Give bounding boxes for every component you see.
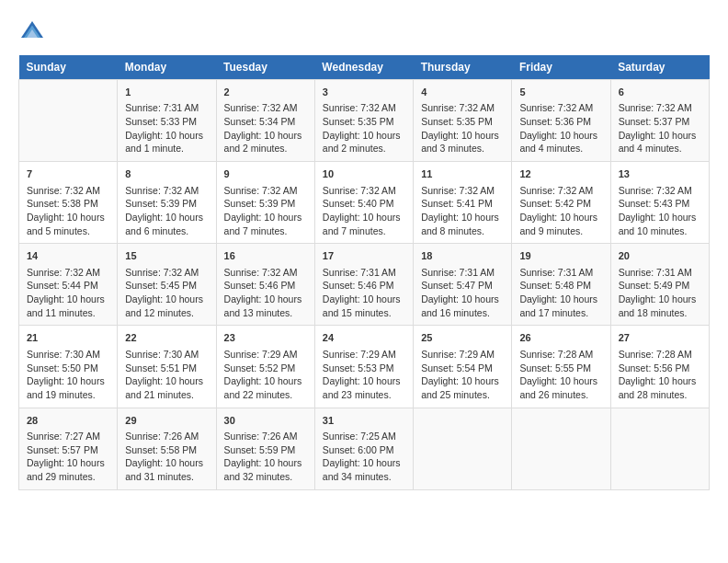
day-cell: 19Sunrise: 7:31 AM Sunset: 5:48 PM Dayli… xyxy=(512,244,610,326)
day-cell: 23Sunrise: 7:29 AM Sunset: 5:52 PM Dayli… xyxy=(216,326,314,408)
day-header-wednesday: Wednesday xyxy=(314,55,413,80)
day-content: Sunrise: 7:32 AM Sunset: 5:38 PM Dayligh… xyxy=(27,184,109,238)
day-content: Sunrise: 7:31 AM Sunset: 5:33 PM Dayligh… xyxy=(125,101,208,155)
week-row-5: 28Sunrise: 7:27 AM Sunset: 5:57 PM Dayli… xyxy=(19,408,710,489)
day-cell: 6Sunrise: 7:32 AM Sunset: 5:37 PM Daylig… xyxy=(610,80,709,162)
day-number: 6 xyxy=(619,86,701,99)
day-number: 22 xyxy=(125,331,208,345)
day-cell: 22Sunrise: 7:30 AM Sunset: 5:51 PM Dayli… xyxy=(118,326,216,408)
day-number: 26 xyxy=(519,331,602,345)
day-content: Sunrise: 7:32 AM Sunset: 5:34 PM Dayligh… xyxy=(224,101,307,155)
calendar-table: SundayMondayTuesdayWednesdayThursdayFrid… xyxy=(18,55,710,490)
day-cell: 17Sunrise: 7:31 AM Sunset: 5:46 PM Dayli… xyxy=(314,244,413,326)
day-cell: 31Sunrise: 7:25 AM Sunset: 6:00 PM Dayli… xyxy=(314,408,413,489)
day-content: Sunrise: 7:32 AM Sunset: 5:45 PM Dayligh… xyxy=(125,266,208,320)
day-number: 4 xyxy=(421,86,504,99)
day-number: 28 xyxy=(27,414,109,428)
day-cell: 11Sunrise: 7:32 AM Sunset: 5:41 PM Dayli… xyxy=(414,162,512,244)
day-cell xyxy=(512,408,610,489)
day-content: Sunrise: 7:26 AM Sunset: 5:59 PM Dayligh… xyxy=(224,430,307,484)
day-content: Sunrise: 7:32 AM Sunset: 5:41 PM Dayligh… xyxy=(421,184,504,238)
day-number: 16 xyxy=(224,249,307,263)
day-cell: 5Sunrise: 7:32 AM Sunset: 5:36 PM Daylig… xyxy=(512,80,610,162)
day-number: 3 xyxy=(323,86,405,99)
logo-icon xyxy=(18,18,46,46)
day-content: Sunrise: 7:32 AM Sunset: 5:36 PM Dayligh… xyxy=(519,101,602,155)
day-header-sunday: Sunday xyxy=(19,55,118,80)
day-content: Sunrise: 7:27 AM Sunset: 5:57 PM Dayligh… xyxy=(27,430,109,484)
page-header xyxy=(18,18,710,46)
day-number: 13 xyxy=(619,167,701,181)
day-number: 12 xyxy=(519,167,602,181)
day-cell: 1Sunrise: 7:31 AM Sunset: 5:33 PM Daylig… xyxy=(118,80,216,162)
day-content: Sunrise: 7:32 AM Sunset: 5:42 PM Dayligh… xyxy=(519,184,602,238)
day-content: Sunrise: 7:32 AM Sunset: 5:35 PM Dayligh… xyxy=(421,101,504,155)
day-content: Sunrise: 7:32 AM Sunset: 5:39 PM Dayligh… xyxy=(125,184,208,238)
day-cell xyxy=(414,408,512,489)
day-content: Sunrise: 7:31 AM Sunset: 5:46 PM Dayligh… xyxy=(323,266,405,320)
day-content: Sunrise: 7:29 AM Sunset: 5:54 PM Dayligh… xyxy=(421,348,504,402)
day-content: Sunrise: 7:32 AM Sunset: 5:43 PM Dayligh… xyxy=(619,184,701,238)
day-content: Sunrise: 7:28 AM Sunset: 5:56 PM Dayligh… xyxy=(619,348,701,402)
day-cell: 14Sunrise: 7:32 AM Sunset: 5:44 PM Dayli… xyxy=(19,244,118,326)
day-cell: 13Sunrise: 7:32 AM Sunset: 5:43 PM Dayli… xyxy=(610,162,709,244)
day-cell: 3Sunrise: 7:32 AM Sunset: 5:35 PM Daylig… xyxy=(314,80,413,162)
day-content: Sunrise: 7:29 AM Sunset: 5:52 PM Dayligh… xyxy=(224,348,307,402)
day-cell: 10Sunrise: 7:32 AM Sunset: 5:40 PM Dayli… xyxy=(314,162,413,244)
day-cell: 24Sunrise: 7:29 AM Sunset: 5:53 PM Dayli… xyxy=(314,326,413,408)
day-cell: 28Sunrise: 7:27 AM Sunset: 5:57 PM Dayli… xyxy=(19,408,118,489)
day-content: Sunrise: 7:30 AM Sunset: 5:51 PM Dayligh… xyxy=(125,348,208,402)
week-row-1: 1Sunrise: 7:31 AM Sunset: 5:33 PM Daylig… xyxy=(19,80,710,162)
day-cell: 9Sunrise: 7:32 AM Sunset: 5:39 PM Daylig… xyxy=(216,162,314,244)
day-number: 30 xyxy=(224,414,307,428)
day-cell: 8Sunrise: 7:32 AM Sunset: 5:39 PM Daylig… xyxy=(118,162,216,244)
day-content: Sunrise: 7:25 AM Sunset: 6:00 PM Dayligh… xyxy=(323,430,405,484)
day-number: 8 xyxy=(125,167,208,181)
day-header-tuesday: Tuesday xyxy=(216,55,314,80)
days-header-row: SundayMondayTuesdayWednesdayThursdayFrid… xyxy=(19,55,710,80)
day-number: 15 xyxy=(125,249,208,263)
day-number: 29 xyxy=(125,414,208,428)
day-cell: 30Sunrise: 7:26 AM Sunset: 5:59 PM Dayli… xyxy=(216,408,314,489)
day-cell: 2Sunrise: 7:32 AM Sunset: 5:34 PM Daylig… xyxy=(216,80,314,162)
day-content: Sunrise: 7:31 AM Sunset: 5:48 PM Dayligh… xyxy=(519,266,602,320)
day-number: 2 xyxy=(224,86,307,99)
week-row-3: 14Sunrise: 7:32 AM Sunset: 5:44 PM Dayli… xyxy=(19,244,710,326)
day-number: 14 xyxy=(27,249,109,263)
day-cell: 25Sunrise: 7:29 AM Sunset: 5:54 PM Dayli… xyxy=(414,326,512,408)
day-number: 5 xyxy=(519,86,602,99)
day-number: 1 xyxy=(125,86,208,99)
day-number: 27 xyxy=(619,331,701,345)
day-content: Sunrise: 7:32 AM Sunset: 5:40 PM Dayligh… xyxy=(323,184,405,238)
day-cell: 7Sunrise: 7:32 AM Sunset: 5:38 PM Daylig… xyxy=(19,162,118,244)
day-content: Sunrise: 7:32 AM Sunset: 5:46 PM Dayligh… xyxy=(224,266,307,320)
day-number: 11 xyxy=(421,167,504,181)
day-cell xyxy=(610,408,709,489)
day-number: 9 xyxy=(224,167,307,181)
day-number: 24 xyxy=(323,331,405,345)
week-row-4: 21Sunrise: 7:30 AM Sunset: 5:50 PM Dayli… xyxy=(19,326,710,408)
day-number: 10 xyxy=(323,167,405,181)
day-content: Sunrise: 7:32 AM Sunset: 5:44 PM Dayligh… xyxy=(27,266,109,320)
day-cell: 4Sunrise: 7:32 AM Sunset: 5:35 PM Daylig… xyxy=(414,80,512,162)
day-cell: 20Sunrise: 7:31 AM Sunset: 5:49 PM Dayli… xyxy=(610,244,709,326)
day-cell: 21Sunrise: 7:30 AM Sunset: 5:50 PM Dayli… xyxy=(19,326,118,408)
day-number: 31 xyxy=(323,414,405,428)
day-cell: 29Sunrise: 7:26 AM Sunset: 5:58 PM Dayli… xyxy=(118,408,216,489)
day-number: 18 xyxy=(421,249,504,263)
day-content: Sunrise: 7:31 AM Sunset: 5:47 PM Dayligh… xyxy=(421,266,504,320)
day-cell: 15Sunrise: 7:32 AM Sunset: 5:45 PM Dayli… xyxy=(118,244,216,326)
day-content: Sunrise: 7:29 AM Sunset: 5:53 PM Dayligh… xyxy=(323,348,405,402)
day-header-saturday: Saturday xyxy=(610,55,709,80)
day-number: 7 xyxy=(27,167,109,181)
day-number: 20 xyxy=(619,249,701,263)
day-number: 19 xyxy=(519,249,602,263)
day-content: Sunrise: 7:31 AM Sunset: 5:49 PM Dayligh… xyxy=(619,266,701,320)
day-content: Sunrise: 7:32 AM Sunset: 5:35 PM Dayligh… xyxy=(323,101,405,155)
day-cell: 16Sunrise: 7:32 AM Sunset: 5:46 PM Dayli… xyxy=(216,244,314,326)
day-content: Sunrise: 7:32 AM Sunset: 5:39 PM Dayligh… xyxy=(224,184,307,238)
day-content: Sunrise: 7:26 AM Sunset: 5:58 PM Dayligh… xyxy=(125,430,208,484)
day-cell: 18Sunrise: 7:31 AM Sunset: 5:47 PM Dayli… xyxy=(414,244,512,326)
day-content: Sunrise: 7:30 AM Sunset: 5:50 PM Dayligh… xyxy=(27,348,109,402)
day-cell: 27Sunrise: 7:28 AM Sunset: 5:56 PM Dayli… xyxy=(610,326,709,408)
